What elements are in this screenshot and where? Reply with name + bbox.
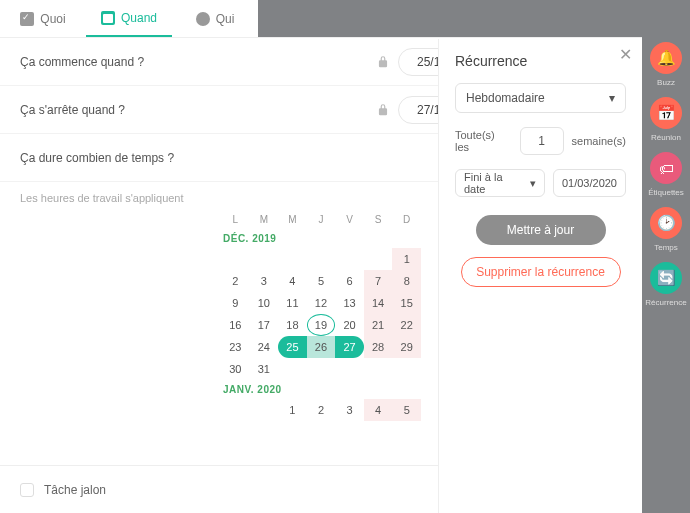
tab-qui[interactable]: Qui [172,0,258,37]
time-button[interactable]: 🕑 [650,207,682,239]
calendar-icon: 📅 [657,104,676,122]
lock-icon [376,103,390,117]
tab-quoi-label: Quoi [40,12,65,26]
chevron-down-icon: ▾ [609,91,615,105]
start-question: Ça commence quand ? [20,55,368,69]
recurrence-panel: ✕ Récurrence Hebdomadaire ▾ Toute(s) les… [438,39,642,513]
end-question: Ça s'arrête quand ? [20,103,368,117]
tab-quand[interactable]: Quand [86,0,172,37]
chevron-down-icon: ▾ [530,177,536,190]
tab-quoi[interactable]: Quoi [0,0,86,37]
calendar[interactable]: LMMJVSD DÉC. 2019 1 2345678 910111213141… [221,210,421,421]
interval-input[interactable]: 1 [520,127,564,155]
tags-button[interactable]: 🏷 [650,152,682,184]
duration-question: Ça dure combien de temps ? [20,151,444,165]
lock-icon [376,55,390,69]
end-mode-select[interactable]: Fini à la date ▾ [455,169,545,197]
tab-qui-label: Qui [216,12,235,26]
refresh-icon: 🔄 [657,269,676,287]
milestone-checkbox[interactable] [20,483,34,497]
calendar-today[interactable]: 19 [307,314,336,336]
calendar-month-1: DÉC. 2019 [221,229,421,248]
close-icon[interactable]: ✕ [619,45,632,64]
range-start[interactable]: 25 [278,336,307,358]
update-button[interactable]: Mettre à jour [476,215,606,245]
tab-quand-label: Quand [121,11,157,25]
recurrence-button[interactable]: 🔄 [650,262,682,294]
side-toolbar: 🔔 Buzz 📅 Réunion 🏷 Étiquettes 🕑 Temps 🔄 … [642,0,690,513]
calendar-month-2: JANV. 2020 [221,380,421,399]
buzz-button[interactable]: 🔔 [650,42,682,74]
delete-recurrence-button[interactable]: Supprimer la récurrence [461,257,621,287]
tag-icon: 🏷 [659,160,674,177]
milestone-label: Tâche jalon [44,483,106,497]
meeting-button[interactable]: 📅 [650,97,682,129]
clock-icon: 🕑 [657,214,676,232]
person-icon [196,12,210,26]
bell-icon: 🔔 [657,49,676,67]
checklist-icon [20,12,34,26]
tabs-spacer [258,0,642,37]
range-end[interactable]: 27 [335,336,364,358]
end-date-input[interactable]: 01/03/2020 [553,169,626,197]
recurrence-title: Récurrence [455,53,626,69]
calendar-icon [101,11,115,25]
frequency-select[interactable]: Hebdomadaire ▾ [455,83,626,113]
